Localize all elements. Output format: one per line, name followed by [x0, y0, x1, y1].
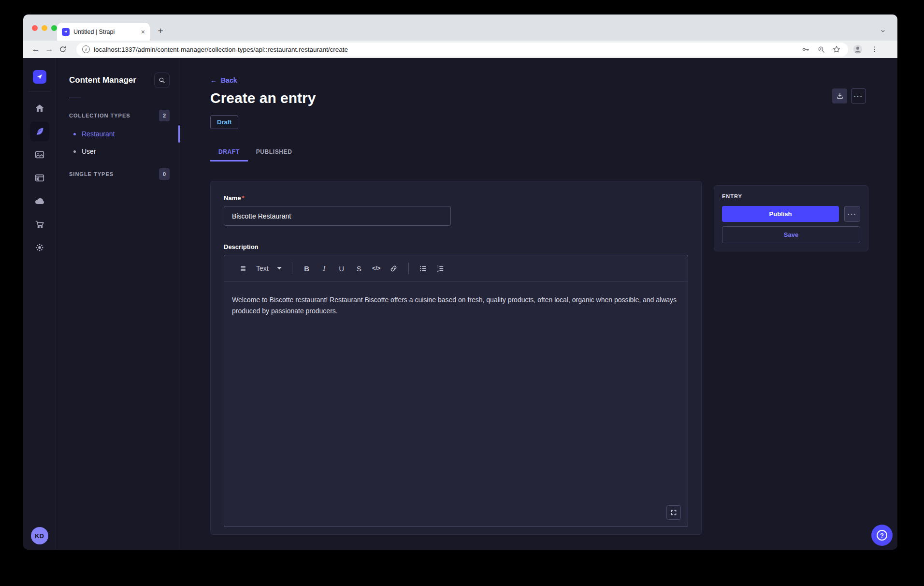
- status-badge: Draft: [210, 115, 238, 129]
- svg-text:1: 1: [437, 265, 439, 268]
- description-textarea[interactable]: Welcome to Biscotte restaurant! Restaura…: [224, 282, 688, 527]
- expand-icon: [670, 509, 677, 516]
- browser-window: Untitled | Strapi × + ← → i localhost:13…: [23, 15, 897, 550]
- entry-more-actions-button[interactable]: ···: [844, 206, 860, 222]
- sidebar-item-user[interactable]: User: [56, 143, 181, 160]
- window-controls: [32, 25, 57, 31]
- subnav-divider: [69, 98, 81, 98]
- browser-tab[interactable]: Untitled | Strapi ×: [57, 23, 150, 41]
- close-tab-icon[interactable]: ×: [141, 29, 145, 35]
- page-title: Create an entry: [210, 90, 868, 106]
- rail-divider: [28, 91, 51, 92]
- sidebar-item-label: User: [82, 147, 96, 155]
- page-more-actions-button[interactable]: ···: [851, 88, 866, 103]
- sidebar-item-restaurant[interactable]: Restaurant: [56, 125, 181, 143]
- content-manager-feather-icon[interactable]: [30, 122, 49, 141]
- password-key-icon[interactable]: [800, 44, 811, 55]
- sidebar-item-label: Restaurant: [82, 130, 115, 138]
- name-field-label: Name*: [224, 194, 688, 202]
- publish-button[interactable]: Publish: [722, 206, 839, 222]
- new-tab-button[interactable]: +: [154, 24, 167, 38]
- tab-title: Untitled | Strapi: [73, 29, 137, 35]
- media-library-icon[interactable]: [30, 145, 49, 164]
- collection-types-count-badge: 2: [159, 110, 170, 121]
- toolbar-divider: [408, 263, 409, 274]
- browser-toolbar: ← → i localhost:1337/admin/content-manag…: [23, 41, 897, 58]
- zoom-magnifier-icon[interactable]: [815, 44, 827, 55]
- section-label-single-types: SINGLE TYPES: [69, 171, 114, 177]
- strikethrough-button[interactable]: S: [351, 261, 367, 276]
- bookmark-star-icon[interactable]: [831, 44, 842, 55]
- description-text: Welcome to Biscotte restaurant! Restaura…: [232, 294, 680, 317]
- draft-published-tabs: DRAFT PUBLISHED: [210, 144, 868, 161]
- toolbar-divider: [292, 263, 292, 274]
- url-text[interactable]: localhost:1337/admin/content-manager/col…: [94, 46, 796, 53]
- minimize-window-button[interactable]: [42, 25, 47, 31]
- search-icon: [158, 76, 166, 84]
- tab-draft[interactable]: DRAFT: [210, 144, 248, 161]
- back-link[interactable]: ← Back: [210, 76, 237, 84]
- section-label-collection-types: COLLECTION TYPES: [69, 113, 130, 118]
- paragraph-style-icon[interactable]: [236, 261, 251, 276]
- content-manager-subnav: Content Manager COLLECTION TYPES 2 Resta…: [56, 58, 181, 550]
- underline-button[interactable]: U: [334, 261, 349, 276]
- marketplace-cart-icon[interactable]: [30, 215, 49, 234]
- settings-gear-icon[interactable]: [30, 238, 49, 257]
- numbered-list-button[interactable]: 1 2: [433, 261, 448, 276]
- import-download-button[interactable]: [832, 88, 847, 103]
- tab-published[interactable]: PUBLISHED: [248, 144, 301, 161]
- svg-text:2: 2: [437, 269, 439, 272]
- user-avatar[interactable]: KD: [31, 527, 48, 544]
- content-type-builder-icon[interactable]: [30, 168, 49, 188]
- required-asterisk: *: [242, 194, 244, 202]
- entry-form-card: Name* Description Text: [210, 181, 702, 535]
- save-button[interactable]: Save: [722, 226, 860, 243]
- cloud-icon[interactable]: [30, 191, 49, 211]
- site-info-icon[interactable]: i: [82, 45, 90, 53]
- bullet-list-button[interactable]: [416, 261, 431, 276]
- code-button[interactable]: </>: [369, 261, 384, 276]
- chevron-down-icon: [276, 266, 282, 270]
- text-style-dropdown[interactable]: Text: [253, 261, 285, 276]
- description-field-label: Description: [224, 243, 688, 250]
- expand-editor-button[interactable]: [666, 505, 681, 520]
- entry-panel: ENTRY Publish ··· Save: [714, 185, 868, 251]
- back-arrow-icon: ←: [210, 76, 217, 84]
- browser-tab-strip: Untitled | Strapi × +: [23, 15, 897, 41]
- close-window-button[interactable]: [32, 25, 38, 31]
- forward-nav-icon[interactable]: →: [43, 43, 56, 56]
- italic-button[interactable]: I: [317, 261, 332, 276]
- home-icon[interactable]: [30, 99, 49, 118]
- subnav-title: Content Manager: [69, 75, 136, 85]
- profile-avatar-icon[interactable]: [852, 44, 864, 55]
- help-button[interactable]: ?: [871, 525, 893, 546]
- zoom-window-button[interactable]: [51, 25, 57, 31]
- strapi-favicon-icon: [62, 28, 70, 36]
- main-nav-rail: KD: [23, 58, 56, 550]
- strapi-logo-icon[interactable]: [33, 70, 46, 84]
- editor-toolbar: Text B I U S </>: [224, 255, 688, 282]
- reload-icon[interactable]: [56, 43, 70, 56]
- single-types-count-badge: 0: [159, 168, 170, 180]
- strapi-app: KD Content Manager COLLECTION TYPES 2: [23, 58, 897, 550]
- back-nav-icon[interactable]: ←: [29, 43, 43, 56]
- description-editor: Text B I U S </>: [224, 255, 688, 527]
- entry-panel-title: ENTRY: [722, 193, 860, 199]
- bullet-icon: [73, 133, 76, 135]
- name-input[interactable]: [224, 206, 451, 226]
- browser-menu-kebab-icon[interactable]: [868, 44, 880, 55]
- bullet-icon: [73, 150, 76, 153]
- back-label: Back: [221, 76, 237, 84]
- tab-search-chevron-icon[interactable]: [876, 24, 890, 38]
- bold-button[interactable]: B: [299, 261, 315, 276]
- link-button[interactable]: [386, 261, 402, 276]
- search-button[interactable]: [154, 73, 170, 88]
- question-mark-icon: ?: [877, 530, 887, 541]
- main-content: ··· ← Back Create an entry Draft DRAFT P…: [181, 58, 897, 550]
- address-bar[interactable]: i localhost:1337/admin/content-manager/c…: [76, 43, 848, 57]
